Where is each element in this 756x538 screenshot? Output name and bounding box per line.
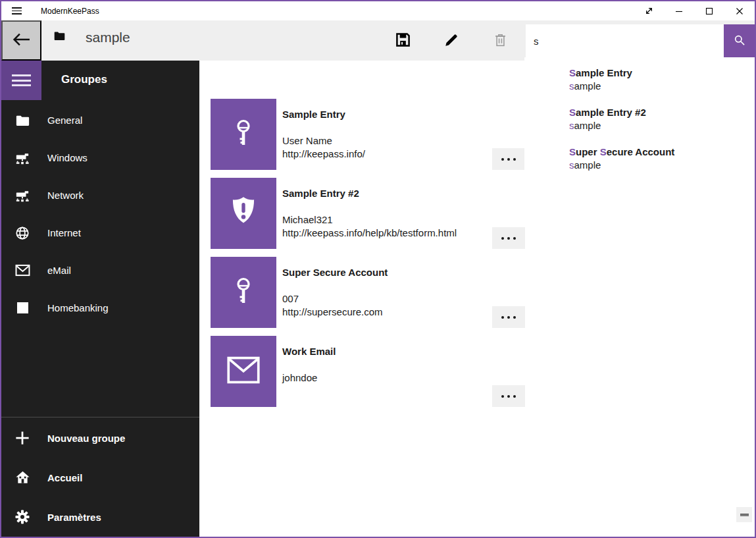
entry-username: User Name xyxy=(282,134,365,148)
entry-tile xyxy=(211,336,276,407)
entry-row[interactable]: Work Email johndoe xyxy=(211,336,525,407)
commandbar-more-button[interactable] xyxy=(736,507,752,522)
sidebar-item-settings[interactable]: Paramètres xyxy=(1,497,199,537)
commandbar-more-icon xyxy=(740,514,749,516)
key-icon xyxy=(228,275,259,309)
edit-button[interactable] xyxy=(436,24,467,57)
entry-tile xyxy=(211,99,276,170)
entry-url: http://supersecure.com xyxy=(282,306,383,319)
fullscreen-icon xyxy=(645,7,653,15)
database-title: sample xyxy=(86,30,130,45)
minimize-button[interactable] xyxy=(664,1,694,20)
app-window: ModernKeePass xyxy=(0,0,756,538)
trash-icon xyxy=(493,33,507,49)
nav-hamburger-button[interactable] xyxy=(1,61,41,100)
entry-row[interactable]: Sample Entry #2 Michael321 http://keepas… xyxy=(211,178,525,249)
save-button[interactable] xyxy=(387,24,418,57)
shield-exclamation-icon xyxy=(225,194,262,233)
group-list: General Windows Network Internet xyxy=(1,101,199,327)
sidebar-item-new-group[interactable]: Nouveau groupe xyxy=(1,418,199,458)
back-button[interactable] xyxy=(1,20,41,61)
window-controls xyxy=(634,1,755,20)
entry-tile xyxy=(211,178,276,249)
entry-more-button[interactable] xyxy=(492,148,525,170)
globe-icon xyxy=(14,225,30,241)
sidebar-item-general[interactable]: General xyxy=(1,101,199,139)
entry-details: 007 http://supersecure.com xyxy=(282,292,383,319)
network-drive-icon xyxy=(14,150,30,166)
entry-tile xyxy=(211,257,276,328)
sidebar-item-internet[interactable]: Internet xyxy=(1,214,199,252)
delete-button[interactable] xyxy=(484,24,516,57)
save-floppy-icon xyxy=(395,32,411,49)
gear-icon xyxy=(14,509,30,525)
sidebar-item-windows[interactable]: Windows xyxy=(1,139,199,176)
network-drive-icon xyxy=(14,188,30,203)
sidebar-item-email[interactable]: eMail xyxy=(1,252,199,289)
search-button[interactable] xyxy=(724,24,755,57)
entry-more-button[interactable] xyxy=(492,306,525,328)
entry-details: Michael321 http://keepass.info/help/kb/t… xyxy=(282,213,457,240)
appbar: sample xyxy=(1,20,755,61)
sidebar-item-homebanking[interactable]: Homebanking xyxy=(1,289,199,327)
sidebar-footer: Nouveau groupe Accueil Paramètres xyxy=(1,418,199,537)
entry-title: Super Secure Account xyxy=(282,267,388,278)
entry-title: Sample Entry xyxy=(282,109,345,120)
entry-username: Michael321 xyxy=(282,213,457,227)
search-input[interactable] xyxy=(526,24,724,57)
entry-url: http://keepass.info/help/kb/testform.htm… xyxy=(282,227,457,240)
entry-title: Work Email xyxy=(282,346,336,357)
entry-row[interactable]: Sample Entry User Name http://keepass.in… xyxy=(211,99,525,170)
plus-icon xyxy=(14,430,30,446)
entry-more-button[interactable] xyxy=(492,227,525,249)
entry-row[interactable]: Super Secure Account 007 http://supersec… xyxy=(211,257,525,328)
database-folder-icon xyxy=(54,31,65,43)
magnifier-icon xyxy=(733,34,746,49)
search-suggestions: Sample Entry sample Sample Entry #2 samp… xyxy=(524,57,755,197)
folder-icon xyxy=(14,113,30,128)
search-suggestion[interactable]: Sample Entry #2 sample xyxy=(524,102,755,142)
envelope-icon xyxy=(226,356,261,387)
hamburger-icon[interactable] xyxy=(1,1,32,20)
envelope-icon xyxy=(14,263,30,279)
entry-title: Sample Entry #2 xyxy=(282,188,359,199)
sidebar-divider xyxy=(1,417,199,417)
left-arrow-icon xyxy=(13,32,30,49)
pencil-icon xyxy=(444,33,459,49)
entry-username: johndoe xyxy=(282,371,317,385)
search-suggestion[interactable]: Sample Entry sample xyxy=(524,63,755,102)
minimize-icon xyxy=(675,7,683,15)
app-title: ModernKeePass xyxy=(41,7,99,16)
home-icon xyxy=(14,470,30,485)
fullscreen-button[interactable] xyxy=(634,1,664,20)
sidebar-item-network[interactable]: Network xyxy=(1,176,199,214)
sidebar: Groupes General Windows Network xyxy=(1,61,199,537)
entry-username: 007 xyxy=(282,292,383,306)
sidebar-item-home[interactable]: Accueil xyxy=(1,458,199,497)
entry-details: User Name http://keepass.info/ xyxy=(282,134,365,161)
maximize-icon xyxy=(705,7,713,15)
entry-url: http://keepass.info/ xyxy=(282,148,365,161)
key-icon xyxy=(228,117,259,151)
titlebar: ModernKeePass xyxy=(1,1,755,20)
search-suggestion[interactable]: Super Secure Account sample xyxy=(524,142,755,181)
groups-heading: Groupes xyxy=(61,73,107,86)
maximize-button[interactable] xyxy=(694,1,724,20)
square-icon xyxy=(14,300,30,316)
close-button[interactable] xyxy=(724,1,755,20)
entry-details: johndoe xyxy=(282,371,317,385)
close-icon xyxy=(736,7,743,15)
entry-more-button[interactable] xyxy=(492,385,525,407)
